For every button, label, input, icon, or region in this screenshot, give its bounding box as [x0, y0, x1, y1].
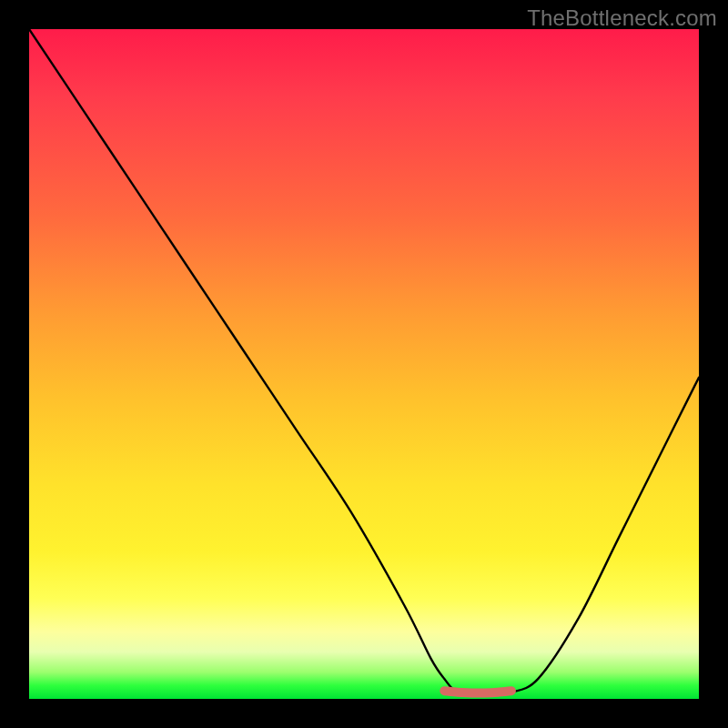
- chart-svg: [29, 29, 699, 699]
- chart-frame: TheBottleneck.com: [0, 0, 728, 728]
- chart-plot-area: [29, 29, 699, 699]
- flat-highlight-segment: [444, 691, 511, 693]
- watermark-text: TheBottleneck.com: [527, 5, 717, 31]
- primary-curve: [29, 29, 699, 693]
